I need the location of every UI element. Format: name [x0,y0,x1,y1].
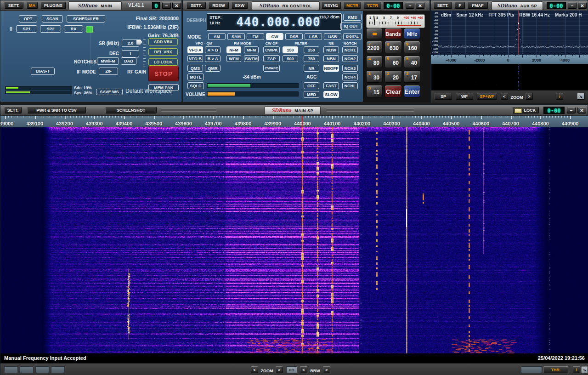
volume-slider[interactable] [207,91,299,97]
mfm-button[interactable]: MFM [244,46,259,53]
sp-zoom-out-button[interactable]: < [251,366,258,373]
qmr-button[interactable]: QMR [205,65,220,72]
sp-resize-handle[interactable]: ↘ [581,366,588,373]
main-close-button[interactable]: ✕ [172,2,181,9]
vfo-b-button[interactable]: VFO B [187,55,203,62]
del-vrx-button[interactable]: DEL VRX [148,48,178,56]
meter-mode-button[interactable] [366,28,383,39]
nfm-button[interactable]: NFM [226,46,241,53]
swfm-button[interactable]: SWFM [244,55,259,62]
mode-sam-button[interactable]: SAM [227,33,245,40]
mode-cw-button[interactable]: CW [266,33,283,40]
toolbar-blank-button-1[interactable] [4,366,18,373]
tctr-button[interactable]: TCTR [364,2,381,9]
agc-med-button[interactable]: MED [304,91,319,98]
agc-fast-button[interactable]: FAST [323,82,339,89]
nboff-button[interactable]: NBOFF [323,65,339,72]
clear-button[interactable]: Clear [384,85,402,97]
save-ws-button[interactable]: SAVE WS [96,89,123,95]
rdsw-button[interactable]: RDSW [209,2,229,9]
scan-button[interactable]: SCAN [42,15,63,23]
sp2-button[interactable]: SP2 [40,25,61,33]
main-sett-button[interactable]: SETT. [4,2,23,9]
nch1-button[interactable]: NCH1 [342,46,358,53]
filter-250-button[interactable]: 250 [304,46,319,53]
rx-button[interactable]: RX [64,25,83,33]
opt-button[interactable]: OPT [19,15,37,23]
band-key-9[interactable]: 9160 [404,41,420,53]
cwafc-button[interactable]: CWAFC [263,65,280,72]
band-key-1[interactable]: 130 [366,70,383,83]
band-key-4[interactable]: 480 [366,56,383,68]
wfm-button[interactable]: WFM [226,55,241,62]
dab-notch-button[interactable]: DAB [121,57,136,65]
aux-sp-button[interactable]: SP [435,93,452,100]
thr-slider-button[interactable] [521,366,542,373]
rbw-up-button[interactable]: > [323,366,330,373]
aux-f-button[interactable]: F [455,2,465,9]
rsyn1-button[interactable]: RSYN1 [322,2,341,9]
band-key-2[interactable]: 220 [384,70,402,83]
mute-button[interactable]: MUTE [187,74,204,80]
scheduler-button[interactable]: SCHEDULER [67,15,105,23]
sp1-button[interactable]: SP1 [16,25,37,33]
cwpk-button[interactable]: CWPK [263,46,280,53]
sp-zoom-in-button[interactable]: > [276,366,283,373]
stop-button[interactable]: STOP [148,66,179,81]
rms-button[interactable]: RMS [343,14,362,21]
aux-sett-button[interactable]: SETT. [434,2,452,9]
mode-dsb-button[interactable]: DSB [285,33,303,40]
aux-minimize-button[interactable]: – [568,2,577,9]
aux-resize-handle[interactable]: ↘ [577,93,585,100]
bias-t-button[interactable]: BIAS-T [31,68,55,75]
band-key-7[interactable]: 72200 [366,41,383,53]
waterfall-display[interactable] [0,127,588,353]
mctr-button[interactable]: MCTR [344,2,361,9]
agc-off-button[interactable]: OFF [304,82,319,89]
toolbar-blank-button-3[interactable] [35,366,49,373]
aux-wf-button[interactable]: WF [456,93,473,100]
lock-button[interactable]: LOCK [512,107,539,114]
add-vrx-button[interactable]: ADD VRX [148,38,178,45]
frequency-scale[interactable]: 4390004391004392004393004394004395004396… [0,115,588,128]
rx-close-button[interactable]: ✕ [416,2,424,9]
thr-button[interactable]: THR. [543,366,568,373]
toolbar-blank-button-2[interactable] [20,366,34,373]
fo-button[interactable]: FO [286,366,297,373]
sqlc-button[interactable]: SQLC [187,82,204,89]
rx-minimize-button[interactable]: – [406,2,414,9]
screenshot-button[interactable]: SCREENSHOT [105,107,157,114]
frequency-display[interactable]: STEP: 10 Hz 440.000.000 -118,7 dBm [207,13,342,31]
aux-info-button[interactable]: i [556,93,563,100]
mhz-button[interactable]: MHz [404,28,420,39]
mode-digital-button[interactable]: DIGITAL [343,33,362,40]
squelch-meter[interactable] [207,83,299,88]
pwr-snr-csv-button[interactable]: PWR & SNR TO CSV [27,107,86,114]
rf-gain-slider-handle[interactable] [136,40,142,45]
zap-button[interactable]: ZAP [263,55,280,62]
main-plugins-button[interactable]: PLUGINS [41,2,66,9]
bands-button[interactable]: Bands [384,28,402,39]
nbw-button[interactable]: NBW [323,46,339,53]
nch3-button[interactable]: NCH3 [342,65,358,72]
mode-fm-button[interactable]: FM [247,33,264,40]
band-key-5[interactable]: 560 [384,56,402,68]
nbn-button[interactable]: NBN [323,55,339,62]
band-key-8[interactable]: 8630 [384,41,402,53]
a-to-b-button[interactable]: A > B [205,46,220,53]
rbw-down-button[interactable]: < [300,366,307,373]
sp-close-button[interactable]: ✕ [577,107,586,114]
dec-value-field[interactable]: 1 [122,50,139,57]
mode-lsb-button[interactable]: LSB [305,33,322,40]
rx-sett-button[interactable]: SETT. [187,2,206,9]
b-to-a-button[interactable]: B > A [205,55,220,62]
exw-button[interactable]: EXW [232,2,248,9]
nchl-button[interactable]: NCHL [342,82,358,89]
aux-close-button[interactable]: ✕ [578,2,587,9]
filter-500-button[interactable]: 500 [283,55,298,62]
aux-zoom-out-button[interactable]: < [501,93,508,100]
band-key-0[interactable]: 015 [366,85,383,97]
agc-slow-button[interactable]: SLOW [323,91,339,98]
mode-usb-button[interactable]: USB [324,33,341,40]
filter-750-button[interactable]: 750 [304,55,319,62]
